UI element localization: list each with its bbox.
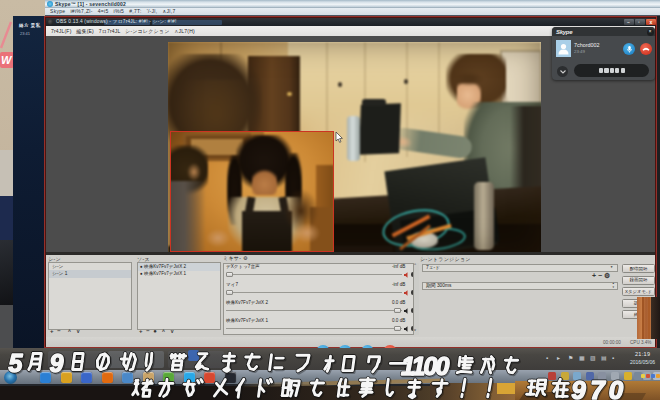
svg-text:0: 0: [436, 352, 450, 380]
svg-text:9: 9: [571, 375, 586, 400]
svg-text:7: 7: [590, 375, 606, 400]
svg-text:9: 9: [50, 349, 64, 377]
svg-text:5: 5: [9, 349, 24, 377]
svg-text:0: 0: [609, 375, 624, 400]
